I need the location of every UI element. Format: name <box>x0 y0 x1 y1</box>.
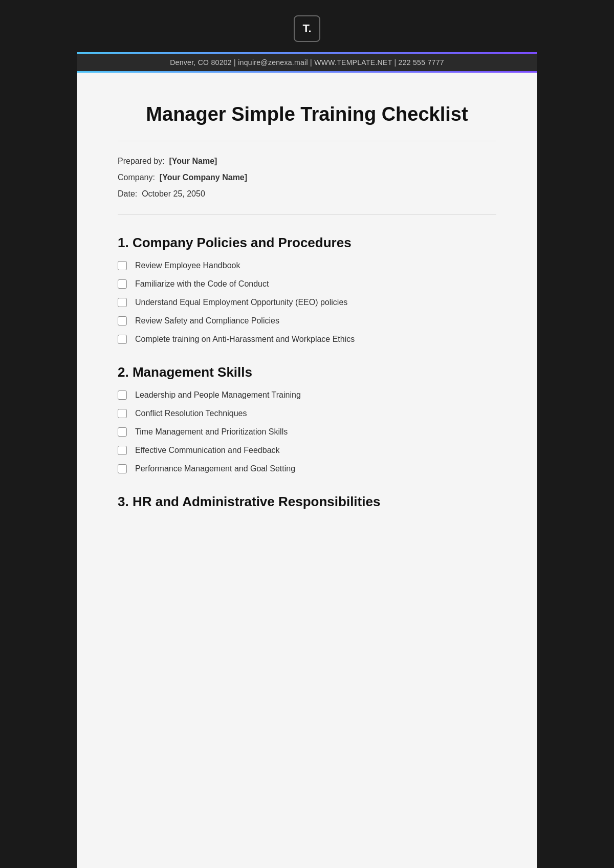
document-title: Manager Simple Training Checklist <box>118 103 496 125</box>
checkbox[interactable] <box>118 464 127 473</box>
contact-info: Denver, CO 80202 | inquire@zenexa.mail |… <box>170 58 444 67</box>
item-text: Leadership and People Management Trainin… <box>135 390 301 400</box>
section-2-title: 2. Management Skills <box>118 364 496 380</box>
prepared-by-label: Prepared by: <box>118 157 165 165</box>
checkbox[interactable] <box>118 335 127 344</box>
checkbox[interactable] <box>118 298 127 307</box>
list-item: Understand Equal Employment Opportunity … <box>118 298 496 307</box>
checkbox[interactable] <box>118 316 127 326</box>
logo-text: T. <box>302 22 311 35</box>
list-item: Complete training on Anti-Harassment and… <box>118 335 496 344</box>
checkbox[interactable] <box>118 446 127 455</box>
company-line: Company: [Your Company Name] <box>118 173 496 182</box>
meta-section: Prepared by: [Your Name] Company: [Your … <box>118 157 496 199</box>
item-text: Review Safety and Compliance Policies <box>135 316 279 326</box>
list-item: Conflict Resolution Techniques <box>118 409 496 418</box>
list-item: Review Safety and Compliance Policies <box>118 316 496 326</box>
page-wrapper: T. Denver, CO 80202 | inquire@zenexa.mai… <box>77 0 537 868</box>
item-text: Understand Equal Employment Opportunity … <box>135 298 347 307</box>
list-item: Performance Management and Goal Setting <box>118 464 496 473</box>
logo-icon: T. <box>294 15 320 42</box>
company-label: Company: <box>118 173 155 182</box>
header-top: T. <box>77 0 537 52</box>
company-value: [Your Company Name] <box>160 173 247 182</box>
header-bar: Denver, CO 80202 | inquire@zenexa.mail |… <box>77 52 537 73</box>
section-3-title: 3. HR and Administrative Responsibilitie… <box>118 494 496 510</box>
checkbox[interactable] <box>118 427 127 437</box>
main-content: Manager Simple Training Checklist Prepar… <box>77 73 537 868</box>
list-item: Familiarize with the Code of Conduct <box>118 279 496 289</box>
section-3-number: 3. <box>118 494 129 509</box>
section-2-checklist: Leadership and People Management Trainin… <box>118 390 496 473</box>
meta-divider <box>118 214 496 214</box>
item-text: Familiarize with the Code of Conduct <box>135 279 269 289</box>
list-item: Time Management and Prioritization Skill… <box>118 427 496 437</box>
section-3-heading: HR and Administrative Responsibilities <box>133 494 380 509</box>
section-1-heading: Company Policies and Procedures <box>133 235 352 250</box>
list-item: Leadership and People Management Trainin… <box>118 390 496 400</box>
section-1-number: 1. <box>118 235 129 250</box>
item-text: Performance Management and Goal Setting <box>135 464 295 473</box>
checkbox[interactable] <box>118 261 127 270</box>
list-item: Effective Communication and Feedback <box>118 446 496 455</box>
item-text: Conflict Resolution Techniques <box>135 409 247 418</box>
list-item: Review Employee Handbook <box>118 261 496 270</box>
item-text: Review Employee Handbook <box>135 261 240 270</box>
checkbox[interactable] <box>118 409 127 418</box>
item-text: Complete training on Anti-Harassment and… <box>135 335 355 344</box>
checkbox[interactable] <box>118 390 127 400</box>
section-2-number: 2. <box>118 364 129 380</box>
section-1-checklist: Review Employee Handbook Familiarize wit… <box>118 261 496 344</box>
date-label: Date: <box>118 189 137 198</box>
date-line: Date: October 25, 2050 <box>118 189 496 199</box>
prepared-by-value: [Your Name] <box>169 157 217 165</box>
prepared-by-line: Prepared by: [Your Name] <box>118 157 496 166</box>
checkbox[interactable] <box>118 279 127 289</box>
title-divider <box>118 141 496 141</box>
section-2-heading: Management Skills <box>133 364 252 380</box>
date-value: October 25, 2050 <box>142 189 205 198</box>
section-1-title: 1. Company Policies and Procedures <box>118 235 496 251</box>
item-text: Time Management and Prioritization Skill… <box>135 427 288 437</box>
item-text: Effective Communication and Feedback <box>135 446 280 455</box>
